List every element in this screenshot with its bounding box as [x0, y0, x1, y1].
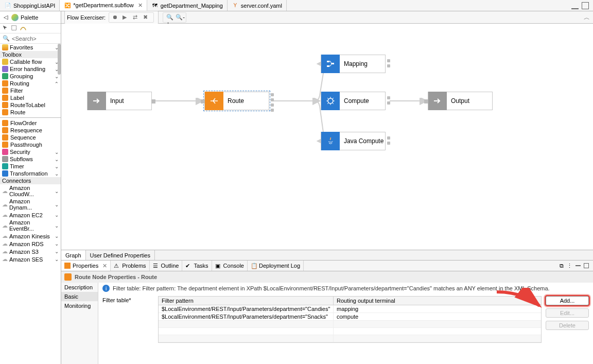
input-port[interactable] [201, 99, 205, 103]
node-label: Java Compute [340, 137, 385, 145]
node-route[interactable]: Route [204, 92, 269, 110]
edit-button[interactable]: Edit... [546, 308, 589, 318]
node-input[interactable]: Input [87, 92, 152, 110]
output-port[interactable] [151, 99, 155, 103]
palette-connector-amazon-dynamo[interactable]: ☁Amazon Dynam...⌄ [0, 198, 61, 211]
view-tab-properties[interactable]: Properties✕ [61, 261, 111, 271]
table-row[interactable]: $LocalEnvironment/REST/Input/Parameters/… [159, 313, 541, 321]
connector-icon: ☁ [2, 233, 8, 239]
palette-favorites[interactable]: Favorites ⌄ [0, 44, 61, 51]
palette-item-filter[interactable]: Filter [0, 87, 61, 94]
palette-connector-amazon-kinesis[interactable]: ☁Amazon Kinesis⌄ [0, 232, 61, 240]
palette-item-label: Amazon Dynam... [9, 198, 53, 211]
node-java-compute[interactable]: Java Compute [321, 132, 386, 150]
flow-exerciser-label: Flow Exerciser: [67, 14, 106, 21]
view-tab-deployment-log[interactable]: 📋Deployment Log [248, 261, 304, 271]
palette-cat-security[interactable]: Security⌄ [0, 148, 61, 155]
shuffle-icon[interactable]: ⇄ [133, 14, 140, 21]
editor-tab-shoppinglistapi[interactable]: 📄 ShoppingListAPI [0, 0, 60, 11]
palette-connector-amazon-cloudwatch[interactable]: ☁Amazon CloudW...⌄ [0, 184, 61, 198]
maximize-icon[interactable] [582, 2, 589, 9]
palette-connector-amazon-eventbridge[interactable]: ☁Amazon EventBr...⌄ [0, 219, 61, 232]
minimize-icon[interactable] [571, 2, 579, 9]
output-icon [428, 92, 447, 110]
palette-cat-routing[interactable]: Routing⌄ [0, 80, 61, 87]
output-ports[interactable] [387, 136, 390, 145]
table-row[interactable] [159, 328, 541, 335]
delete-button[interactable]: Delete [546, 321, 589, 330]
marquee-icon[interactable] [11, 25, 18, 32]
minimize-view-icon[interactable] [575, 265, 581, 266]
palette-connector-amazon-rds[interactable]: ☁Amazon RDS⌄ [0, 240, 61, 248]
palette-item-passthrough[interactable]: Passthrough [0, 141, 61, 148]
palette-cat-grouping[interactable]: Grouping⌄ [0, 73, 61, 80]
editor-tab-getdepartment-mapping[interactable]: 🗺 getDepartment_Mapping [147, 0, 228, 11]
node-label: Compute [340, 97, 385, 105]
palette-item-routetolabel[interactable]: RouteToLabel [0, 101, 61, 109]
cursor-icon[interactable] [2, 25, 9, 32]
bottom-tab-udp[interactable]: User Defined Properties [86, 250, 155, 260]
palette-item-sequence[interactable]: Sequence [0, 134, 61, 141]
bottom-tab-graph[interactable]: Graph [61, 250, 86, 260]
output-ports[interactable] [387, 59, 390, 67]
palette-item-label[interactable]: Label [0, 94, 61, 101]
editor-tab-getdepartment-subflow[interactable]: 🔀 *getDepartment.subflow ✕ [60, 0, 147, 11]
input-icon [88, 92, 106, 110]
palette-cat-timer[interactable]: Timer⌄ [0, 163, 61, 170]
connection-icon[interactable] [20, 25, 27, 32]
table-row[interactable] [159, 335, 541, 342]
routing-icon [2, 80, 8, 86]
close-icon[interactable]: ✕ [102, 263, 107, 269]
properties-tab-monitoring[interactable]: Monitoring [61, 301, 98, 310]
editor-tab-server-conf-yaml[interactable]: Y server.conf.yaml [228, 0, 287, 11]
properties-tab-basic[interactable]: Basic [61, 292, 98, 301]
palette-search[interactable]: 🔍 <Search> [0, 33, 61, 44]
properties-tab-description[interactable]: Description [61, 283, 98, 292]
console-icon: ▣ [215, 263, 221, 269]
node-compute[interactable]: Compute [321, 92, 386, 110]
grouping-icon [2, 73, 8, 79]
palette-connector-amazon-ses[interactable]: ☁Amazon SES⌄ [0, 255, 61, 263]
collapse-toolbar-icon[interactable]: ︿ [584, 13, 590, 22]
palette-cat-label: Security [10, 149, 30, 155]
palette-item-floworder[interactable]: FlowOrder [0, 119, 61, 127]
tasks-icon: ✔ [185, 263, 191, 269]
view-tab-problems[interactable]: ⚠Problems [111, 261, 149, 271]
table-row[interactable]: $LocalEnvironment/REST/Input/Parameters/… [159, 305, 541, 313]
stop-icon[interactable]: ✖ [143, 14, 150, 21]
close-icon[interactable]: ✕ [138, 2, 143, 9]
flow-canvas[interactable]: Input Route Mapping Compute [61, 24, 593, 250]
palette-connector-amazon-ec2[interactable]: ☁Amazon EC2⌄ [0, 211, 61, 219]
palette-scrollbar[interactable] [58, 44, 61, 75]
view-tab-tasks[interactable]: ✔Tasks [182, 261, 212, 271]
new-view-icon[interactable]: ⧉ [560, 263, 564, 269]
filter-table[interactable]: Filter pattern Routing output terminal $… [158, 296, 542, 343]
node-output[interactable]: Output [428, 92, 493, 110]
output-ports[interactable] [387, 96, 390, 105]
palette-connector-amazon-s3[interactable]: ☁Amazon S3⌄ [0, 248, 61, 255]
palette-cat-error-handling[interactable]: Error handling⌄ [0, 65, 61, 73]
record-icon[interactable]: ⏺ [112, 14, 119, 21]
palette-cat-callable-flow[interactable]: Callable flow⌄ [0, 58, 61, 65]
cell-pattern: $LocalEnvironment/REST/Input/Parameters/… [159, 313, 334, 320]
palette-cat-transformation[interactable]: Transformation⌄ [0, 170, 61, 177]
properties-icon [64, 263, 71, 269]
palette-item-resequence[interactable]: Resequence [0, 127, 61, 134]
output-ports[interactable] [271, 93, 274, 112]
view-menu-icon[interactable]: ⋮ [567, 263, 572, 269]
maximize-view-icon[interactable] [584, 263, 589, 268]
view-tab-outline[interactable]: ☰Outline [150, 261, 183, 271]
chevron-down-icon: ⌄ [55, 171, 59, 177]
play-icon[interactable]: ▶ [123, 14, 130, 21]
view-tab-console[interactable]: ▣Console [212, 261, 248, 271]
table-row[interactable] [159, 321, 541, 328]
palette-item-label: Amazon SES [9, 256, 43, 263]
palette-item-route[interactable]: Route [0, 109, 61, 116]
zoom-out-icon[interactable]: 🔍- [176, 14, 183, 21]
back-icon[interactable]: ◁ [2, 14, 9, 21]
zoom-in-icon[interactable]: 🔍+ [166, 14, 173, 21]
input-port[interactable] [424, 99, 428, 103]
node-mapping[interactable]: Mapping [321, 55, 386, 73]
palette-cat-subflows[interactable]: Subflows⌄ [0, 155, 61, 163]
add-button[interactable]: Add... [546, 296, 589, 305]
